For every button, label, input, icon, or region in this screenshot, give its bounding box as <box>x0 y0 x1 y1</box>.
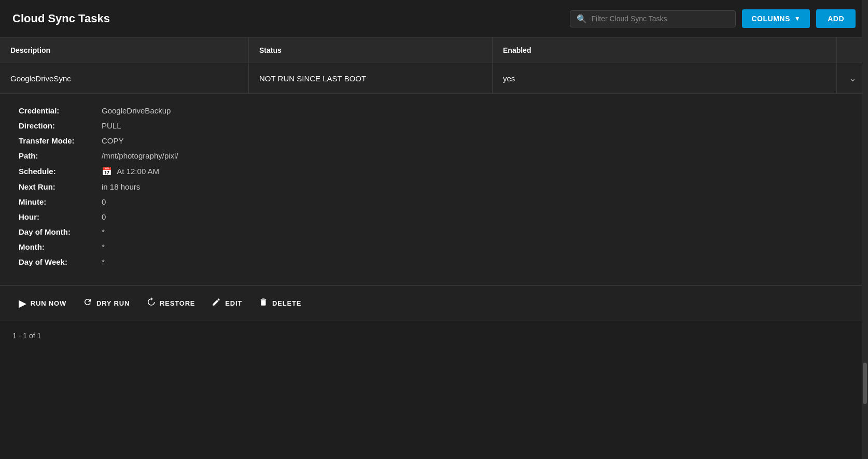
detail-next-run: Next Run: in 18 hours <box>19 182 849 191</box>
detail-hour: Hour: 0 <box>19 212 849 221</box>
detail-month: Month: * <box>19 242 849 251</box>
calendar-icon: 📅 <box>102 166 112 176</box>
page-header: Cloud Sync Tasks 🔍 COLUMNS ▼ ADD <box>0 0 868 38</box>
delete-button[interactable]: DELETE <box>259 295 301 311</box>
cell-status: NOT RUN SINCE LAST BOOT <box>249 63 493 93</box>
columns-button[interactable]: COLUMNS ▼ <box>742 9 810 28</box>
search-icon: 🔍 <box>577 14 587 24</box>
dry-run-button[interactable]: DRY RUN <box>83 295 130 311</box>
action-bar: ▶ RUN NOW DRY RUN RESTORE <box>0 285 868 321</box>
col-description: Description <box>0 38 249 63</box>
restore-icon <box>146 297 156 309</box>
edit-icon <box>212 297 221 309</box>
trash-icon <box>259 297 268 309</box>
cell-enabled: yes <box>493 63 837 93</box>
col-status: Status <box>249 38 493 63</box>
scrollbar-thumb[interactable] <box>863 363 867 404</box>
cell-description: GoogleDriveSync <box>0 63 249 93</box>
refresh-icon <box>83 297 92 309</box>
play-icon: ▶ <box>19 298 26 309</box>
search-container: 🔍 <box>570 10 736 27</box>
restore-button[interactable]: RESTORE <box>146 295 195 311</box>
detail-day-of-week: Day of Week: * <box>19 257 849 266</box>
col-enabled: Enabled <box>493 38 837 63</box>
add-button[interactable]: ADD <box>816 9 856 28</box>
edit-button[interactable]: EDIT <box>212 295 242 311</box>
pagination-bar: 1 - 1 of 1 <box>0 321 868 350</box>
chevron-down-icon: ▼ <box>794 15 801 22</box>
detail-panel: Credential: GoogleDriveBackup Direction:… <box>0 94 868 285</box>
detail-minute: Minute: 0 <box>19 197 849 206</box>
chevron-down-icon: ⌄ <box>849 73 857 84</box>
detail-direction: Direction: PULL <box>19 121 849 130</box>
detail-day-of-month: Day of Month: * <box>19 227 849 236</box>
table-header: Description Status Enabled <box>0 38 868 63</box>
page-title: Cloud Sync Tasks <box>12 12 564 25</box>
detail-credential: Credential: GoogleDriveBackup <box>19 106 849 115</box>
detail-path: Path: /mnt/photography/pixl/ <box>19 151 849 160</box>
scrollbar[interactable] <box>862 0 868 459</box>
search-input[interactable] <box>591 15 729 23</box>
run-now-button[interactable]: ▶ RUN NOW <box>19 296 66 311</box>
detail-transfer-mode: Transfer Mode: COPY <box>19 136 849 145</box>
tasks-table: Description Status Enabled GoogleDriveSy… <box>0 38 868 321</box>
detail-schedule: Schedule: 📅 At 12:00 AM <box>19 166 849 176</box>
table-row[interactable]: GoogleDriveSync NOT RUN SINCE LAST BOOT … <box>0 63 868 94</box>
